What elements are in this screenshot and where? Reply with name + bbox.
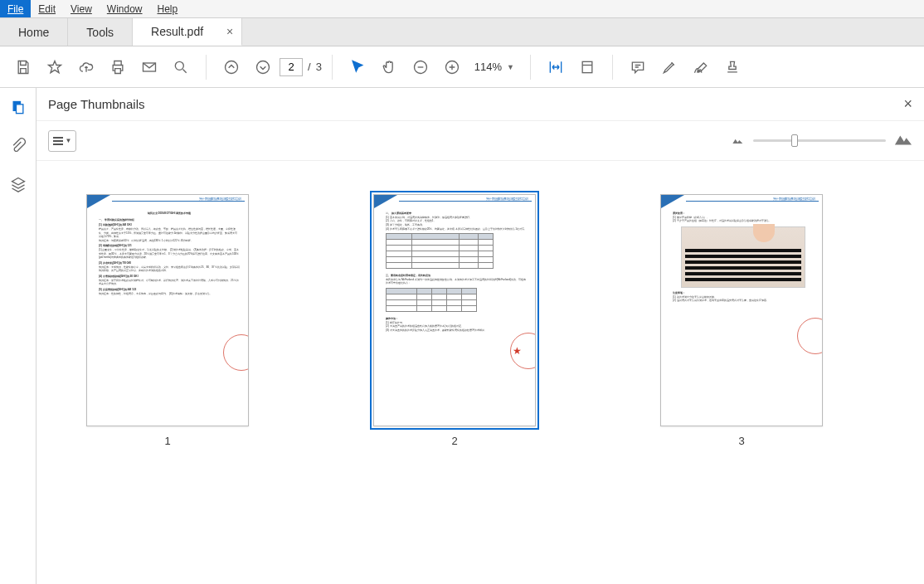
- menu-file[interactable]: File: [0, 0, 31, 17]
- page-indicator: / 3: [280, 58, 322, 76]
- highlight-button[interactable]: [654, 52, 684, 82]
- thumbnails-scroll[interactable]: 第十期国家院基地调查技术培训 制药企业 DOS/EOT/GHI 调查技术专题 一…: [36, 161, 924, 584]
- menu-view[interactable]: View: [63, 0, 100, 17]
- slider-track[interactable]: [753, 139, 886, 142]
- panel-options-button[interactable]: ▼: [48, 130, 76, 152]
- mountains-large-icon: [894, 133, 912, 149]
- sidebar-attachments-button[interactable]: [5, 133, 32, 159]
- zoom-out-button[interactable]: [406, 52, 435, 82]
- menu-window[interactable]: Window: [100, 0, 150, 17]
- zoom-level-dropdown[interactable]: 114% ▼: [469, 57, 520, 77]
- menu-edit[interactable]: Edit: [31, 0, 63, 17]
- selection-tool-button[interactable]: [343, 52, 372, 82]
- page-down-button[interactable]: [248, 52, 278, 82]
- thumbnail-3[interactable]: 第十期国家院基地调查技术培训 原类使用： (1) 首界开需阶整（定期方为）。 (…: [660, 194, 823, 447]
- stamp-icon: [797, 318, 823, 354]
- caret-down-icon: ▼: [66, 137, 72, 144]
- sign-button[interactable]: [686, 52, 716, 82]
- fit-width-button[interactable]: [541, 52, 571, 82]
- thumbnails-panel: Page Thumbnails × ▼ 第十期国家院基地调查技术培训: [36, 88, 924, 584]
- svg-rect-8: [16, 105, 22, 114]
- thumbnail-2[interactable]: 第十期国家院基地调查技术培训 二、 抽火原则基本要求 (1) 基本使用原则，对温…: [373, 194, 536, 447]
- tab-document-label: Result.pdf: [151, 25, 203, 38]
- thumbnail-1[interactable]: 第十期国家院基地调查技术培训 制药企业 DOS/EOT/GHI 调查技术专题 一…: [86, 194, 249, 447]
- page-up-button[interactable]: [216, 52, 246, 82]
- print-button[interactable]: [103, 52, 133, 82]
- menu-bar: File Edit View Window Help: [0, 0, 924, 18]
- sidebar: [0, 88, 36, 584]
- hand-tool-button[interactable]: [374, 52, 404, 82]
- svg-point-1: [175, 61, 183, 70]
- thumbnail-3-label: 3: [738, 435, 744, 447]
- tab-close-icon[interactable]: ×: [226, 25, 233, 38]
- sidebar-thumbnails-button[interactable]: [5, 95, 32, 121]
- toolbar: / 3 114% ▼: [0, 46, 924, 88]
- svg-point-3: [257, 61, 270, 73]
- svg-rect-6: [582, 61, 592, 72]
- mountains-small-icon: [732, 134, 745, 148]
- comment-button[interactable]: [623, 52, 653, 82]
- save-button[interactable]: [8, 52, 38, 82]
- zoom-in-button[interactable]: [437, 52, 467, 82]
- tab-document[interactable]: Result.pdf ×: [133, 18, 242, 46]
- star-button[interactable]: [40, 52, 70, 82]
- page-current-input[interactable]: [280, 58, 303, 76]
- svg-point-2: [226, 61, 238, 73]
- fit-page-button[interactable]: [572, 52, 602, 82]
- tab-tools[interactable]: Tools: [68, 18, 133, 46]
- stamp-icon: [223, 334, 249, 371]
- tab-strip: Home Tools Result.pdf ×: [0, 18, 924, 46]
- star-stamp-icon: ★: [513, 344, 522, 358]
- thumbnail-size-slider: [732, 133, 912, 149]
- email-button[interactable]: [134, 52, 164, 82]
- find-button[interactable]: [166, 52, 196, 82]
- slider-knob[interactable]: [791, 134, 798, 147]
- thumbnail-1-label: 1: [164, 435, 170, 447]
- page-separator: /: [308, 61, 311, 73]
- photo-thumbnail: [681, 226, 805, 288]
- caret-down-icon: ▼: [507, 63, 514, 71]
- stamp-button[interactable]: [717, 52, 747, 82]
- page-total: 3: [316, 61, 322, 73]
- tab-home[interactable]: Home: [0, 18, 68, 46]
- menu-help[interactable]: Help: [150, 0, 186, 17]
- zoom-level-value: 114%: [474, 61, 502, 73]
- thumbnail-2-label: 2: [451, 435, 457, 447]
- panel-title: Page Thumbnails: [48, 97, 144, 111]
- sidebar-layers-button[interactable]: [5, 171, 32, 197]
- panel-close-button[interactable]: ×: [903, 95, 912, 113]
- cloud-button[interactable]: [71, 52, 101, 82]
